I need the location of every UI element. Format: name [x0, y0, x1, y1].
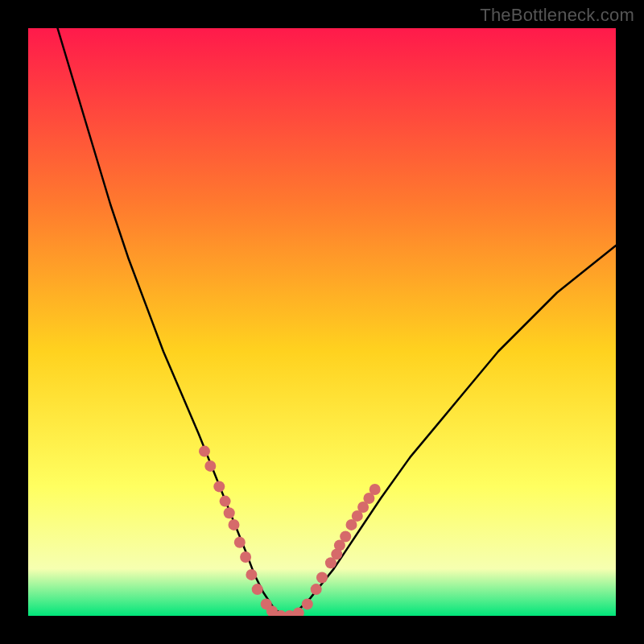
- watermark-text: TheBottleneck.com: [480, 5, 634, 26]
- highlight-dot: [316, 572, 328, 584]
- highlight-dot: [199, 446, 210, 457]
- highlight-dot: [302, 598, 313, 609]
- highlight-dot: [311, 584, 322, 595]
- plot-area: [28, 28, 616, 616]
- plot-svg: [28, 28, 616, 616]
- chart-frame: TheBottleneck.com: [0, 0, 644, 644]
- highlight-dot: [204, 460, 216, 472]
- highlight-dot: [234, 537, 246, 548]
- highlight-dot: [240, 551, 251, 563]
- highlight-dot: [220, 496, 231, 507]
- highlight-dot: [213, 481, 225, 492]
- highlight-dot: [369, 484, 381, 495]
- highlight-dot: [340, 531, 351, 543]
- highlight-dot: [229, 519, 240, 530]
- highlight-dot: [252, 584, 263, 595]
- highlight-dot: [246, 569, 257, 580]
- highlight-dot: [224, 507, 235, 518]
